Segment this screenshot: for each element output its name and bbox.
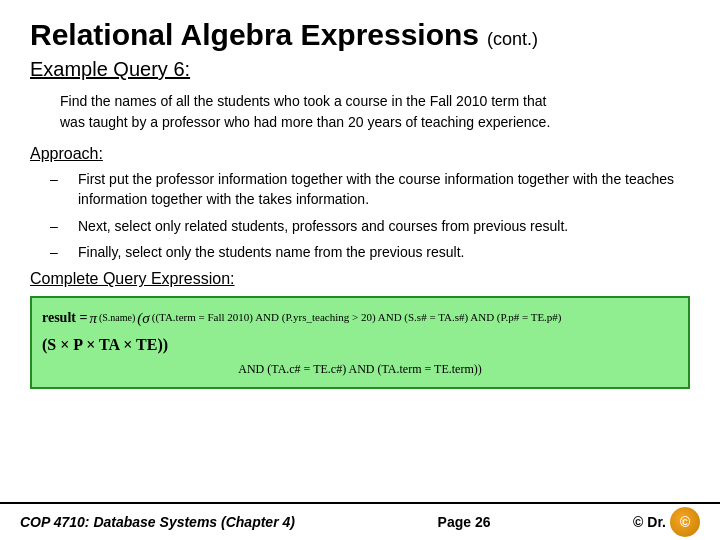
bullet-item-3: – Finally, select only the students name… [50,242,690,262]
bullet-text-2: Next, select only related students, prof… [78,216,690,236]
complete-label: Complete Query Expression: [30,270,690,288]
footer-left: COP 4710: Database Systems (Chapter 4) [20,514,295,530]
bullet-dash-2: – [50,216,78,236]
result-label: result = [42,307,87,329]
footer: COP 4710: Database Systems (Chapter 4) P… [0,502,720,540]
slide-title-main: Relational Algebra Expressions [30,18,479,52]
bullet-text-1: First put the professor information toge… [78,169,690,210]
bullet-dash-1: – [50,169,78,189]
pi-subscript: (S.name) [99,310,135,326]
formula-box: result = π(S.name) (σ((TA.term = Fall 20… [30,296,690,389]
example-title: Example Query 6: [30,58,690,81]
footer-page: Page 26 [438,514,491,530]
formula-line1: result = π(S.name) (σ((TA.term = Fall 20… [42,306,678,358]
slide-title-cont: (cont.) [487,29,538,50]
footer-right: © Dr. © [633,507,700,537]
pi-symbol: π [89,306,97,330]
title-row: Relational Algebra Expressions (cont.) [30,18,690,52]
formula-line2-text: AND (TA.c# = TE.c#) AND (TA.term = TE.te… [238,362,481,376]
logo-icon: © [670,507,700,537]
bullet-item-1: – First put the professor information to… [50,169,690,210]
formula-line2: AND (TA.c# = TE.c#) AND (TA.term = TE.te… [42,360,678,379]
sigma-symbol: (σ [137,306,149,330]
bullet-dash-3: – [50,242,78,262]
bullet-item-2: – Next, select only related students, pr… [50,216,690,236]
slide: Relational Algebra Expressions (cont.) E… [0,0,720,540]
sigma-subscript: ((TA.term = Fall 2010) AND (P.yrs_teachi… [152,309,562,327]
footer-copyright: © Dr. [633,514,666,530]
bullet-text-3: Finally, select only the students name f… [78,242,690,262]
bullet-list: – First put the professor information to… [50,169,690,262]
big-expression: (S × P × TA × TE)) [42,332,168,358]
approach-label: Approach: [30,145,690,163]
find-text: Find the names of all the students who t… [60,91,690,133]
